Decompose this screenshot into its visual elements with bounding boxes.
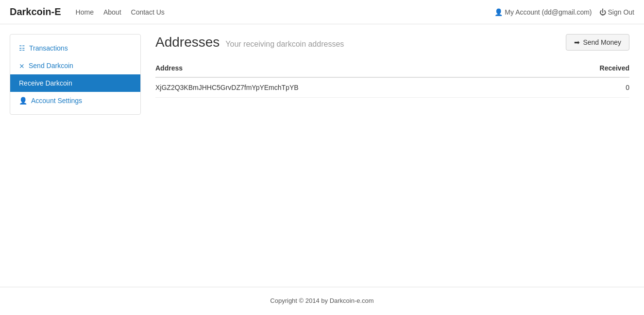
col-received: Received [550, 60, 629, 77]
sidebar: ☷ Transactions ⨯ Send Darkcoin Receive D… [10, 34, 141, 115]
sidebar-label-settings: Account Settings [31, 97, 82, 105]
nav-signout[interactable]: ⏻ Sign Out [599, 8, 634, 16]
nav-contact[interactable]: Contact Us [131, 8, 165, 16]
sidebar-item-account-settings[interactable]: 👤 Account Settings [10, 92, 140, 109]
brand: Darkcoin-E [10, 6, 61, 18]
arrow-right-icon: ➡ [574, 38, 580, 46]
col-address: Address [155, 60, 550, 77]
page-subtitle: Your receiving darkcoin addresses [225, 40, 344, 49]
sidebar-label-receive: Receive Darkcoin [19, 79, 72, 87]
received-value: 0 [550, 77, 629, 98]
navbar: Darkcoin-E Home About Contact Us 👤 My Ac… [0, 0, 644, 24]
sidebar-label-send: Send Darkcoin [29, 62, 73, 70]
table-row: XjGZ2Q3KBmJHHC5GrvDZ7fmYpYEmchTpYB 0 [155, 77, 629, 98]
sidebar-item-send-darkcoin[interactable]: ⨯ Send Darkcoin [10, 57, 140, 74]
main-container: ☷ Transactions ⨯ Send Darkcoin Receive D… [0, 24, 644, 267]
footer: Copyright © 2014 by Darkcoin-e.com [0, 287, 644, 314]
send-money-button[interactable]: ➡ Send Money [566, 34, 629, 51]
nav-right: 👤 My Account (dd@gmail.com) ⏻ Sign Out [494, 8, 634, 16]
content-header: Addresses Your receiving darkcoin addres… [155, 34, 629, 51]
table-header-row: Address Received [155, 60, 629, 77]
content-area: Addresses Your receiving darkcoin addres… [151, 34, 634, 258]
account-icon: 👤 [19, 97, 27, 105]
transactions-icon: ☷ [19, 44, 25, 52]
nav-about[interactable]: About [103, 8, 121, 16]
title-group: Addresses Your receiving darkcoin addres… [155, 35, 344, 50]
nav-links: Home About Contact Us [76, 8, 495, 16]
user-icon: 👤 [494, 8, 503, 16]
page-title: Addresses [155, 35, 220, 50]
nav-home[interactable]: Home [76, 8, 94, 16]
power-icon: ⏻ [599, 8, 606, 16]
sidebar-item-transactions[interactable]: ☷ Transactions [10, 39, 140, 57]
nav-account[interactable]: 👤 My Account (dd@gmail.com) [494, 8, 592, 16]
send-icon: ⨯ [19, 62, 25, 70]
footer-copyright: Copyright © 2014 by Darkcoin-e.com [10, 297, 634, 304]
address-value: XjGZ2Q3KBmJHHC5GrvDZ7fmYpYEmchTpYB [155, 77, 550, 98]
sidebar-label-transactions: Transactions [29, 44, 68, 52]
sidebar-item-receive-darkcoin[interactable]: Receive Darkcoin [10, 74, 140, 92]
addresses-table: Address Received XjGZ2Q3KBmJHHC5GrvDZ7fm… [155, 60, 629, 98]
